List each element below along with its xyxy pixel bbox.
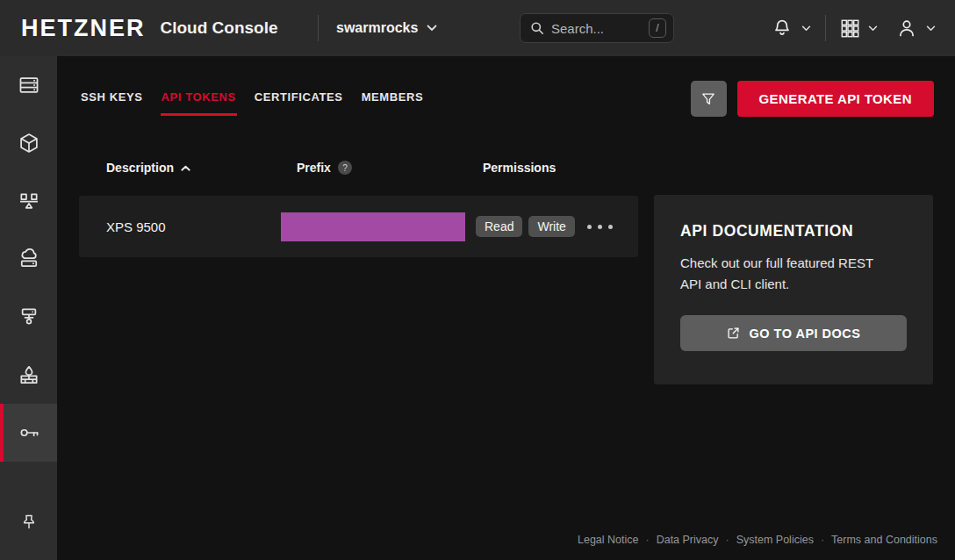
hetzner-cloud-console: HETZNER Cloud Console swarmrocks / xyxy=(0,0,955,560)
pin-icon xyxy=(19,513,39,532)
table-row: XPS 9500 Read Write xyxy=(79,196,638,257)
tab-members[interactable]: MEMBERS xyxy=(361,80,425,116)
column-description[interactable]: Description xyxy=(106,161,190,175)
sidebar-item-floating-ips[interactable] xyxy=(0,230,57,288)
network-icon xyxy=(18,305,40,328)
header-divider xyxy=(825,15,826,41)
column-description-label: Description xyxy=(106,161,174,175)
sidebar xyxy=(0,56,57,560)
footer: Legal Notice · Data Privacy · System Pol… xyxy=(578,534,937,546)
footer-link-data-privacy[interactable]: Data Privacy xyxy=(657,534,719,546)
sidebar-item-volumes[interactable] xyxy=(0,114,57,172)
volumes-cube-icon xyxy=(18,132,40,154)
permission-badge-write: Write xyxy=(528,216,574,237)
user-menu[interactable] xyxy=(895,17,936,39)
footer-separator: · xyxy=(726,534,729,546)
ellipsis-dot xyxy=(608,225,613,229)
column-prefix-label: Prefix xyxy=(297,161,331,175)
footer-link-legal-notice[interactable]: Legal Notice xyxy=(578,534,639,546)
sidebar-item-servers[interactable] xyxy=(0,56,57,114)
project-selector[interactable]: swarmrocks xyxy=(336,0,437,56)
user-icon xyxy=(895,17,918,39)
bell-icon xyxy=(771,17,793,39)
chevron-down-icon xyxy=(868,25,878,32)
tab-api-tokens[interactable]: API TOKENS xyxy=(161,80,237,116)
table-header: Description Prefix ? Permissions xyxy=(79,161,638,178)
external-link-icon xyxy=(726,326,741,341)
permission-badge-read: Read xyxy=(476,216,522,237)
sidebar-item-load-balancers[interactable] xyxy=(0,172,57,230)
sidebar-item-security[interactable] xyxy=(0,404,57,462)
api-panel-title: API DOCUMENTATION xyxy=(680,222,907,241)
hetzner-logo: HETZNER xyxy=(21,15,146,42)
funnel-icon xyxy=(700,90,717,108)
header-actions xyxy=(771,0,936,56)
footer-separator: · xyxy=(645,534,649,546)
apps-grid-icon xyxy=(840,18,860,39)
app-title: Cloud Console xyxy=(161,18,278,38)
brand: HETZNER Cloud Console xyxy=(21,0,278,56)
chevron-down-icon xyxy=(801,25,811,32)
ellipsis-dot xyxy=(598,225,602,229)
ellipsis-dot xyxy=(587,225,592,229)
footer-link-terms-and-conditions[interactable]: Terms and Conditions xyxy=(831,534,937,546)
chevron-down-icon xyxy=(427,25,437,32)
header-divider xyxy=(318,15,319,41)
column-prefix: Prefix ? xyxy=(297,161,352,175)
footer-separator: · xyxy=(821,534,824,546)
column-permissions-label: Permissions xyxy=(483,161,556,175)
notifications-menu[interactable] xyxy=(771,17,811,39)
firewall-icon xyxy=(18,363,40,386)
filter-button[interactable] xyxy=(691,81,727,117)
sidebar-item-networks[interactable] xyxy=(0,288,57,346)
sidebar-item-firewalls[interactable] xyxy=(0,346,57,404)
go-to-api-docs-label: GO TO API DOCS xyxy=(749,327,860,341)
apps-menu[interactable] xyxy=(840,18,878,39)
load-balancer-icon xyxy=(18,190,40,212)
servers-icon xyxy=(18,74,40,97)
tab-ssh-keys[interactable]: SSH KEYS xyxy=(80,80,144,116)
permission-badges: Read Write xyxy=(476,196,575,257)
security-key-icon xyxy=(18,421,40,444)
prefix-redacted-bar xyxy=(281,212,465,241)
floating-ip-cloud-icon xyxy=(18,248,40,270)
generate-api-token-button[interactable]: GENERATE API TOKEN xyxy=(737,81,934,117)
tab-certificates[interactable]: CERTIFICATES xyxy=(254,80,344,116)
column-permissions: Permissions xyxy=(483,161,556,175)
top-bar: HETZNER Cloud Console swarmrocks / xyxy=(0,0,955,56)
main-content: SSH KEYS API TOKENS CERTIFICATES MEMBERS… xyxy=(57,56,955,560)
footer-link-system-policies[interactable]: System Policies xyxy=(736,534,814,546)
token-description: XPS 9500 xyxy=(106,196,166,257)
sort-ascending-icon xyxy=(181,165,190,171)
security-tabs: SSH KEYS API TOKENS CERTIFICATES MEMBERS xyxy=(80,80,424,116)
prefix-help-badge[interactable]: ? xyxy=(338,161,352,175)
slash-shortcut-key: / xyxy=(649,18,666,38)
go-to-api-docs-button[interactable]: GO TO API DOCS xyxy=(680,315,907,351)
search-box[interactable]: / xyxy=(520,13,674,43)
api-panel-body: Check out our full featured REST API and… xyxy=(680,253,896,295)
project-name: swarmrocks xyxy=(336,20,418,36)
row-actions-menu[interactable] xyxy=(582,196,617,257)
toolbar: GENERATE API TOKEN xyxy=(691,81,934,117)
search-input[interactable] xyxy=(551,21,642,36)
search-icon xyxy=(530,21,544,35)
sidebar-pin-toggle[interactable] xyxy=(0,493,57,551)
chevron-down-icon xyxy=(926,25,936,32)
api-documentation-panel: API DOCUMENTATION Check out our full fea… xyxy=(654,195,933,384)
